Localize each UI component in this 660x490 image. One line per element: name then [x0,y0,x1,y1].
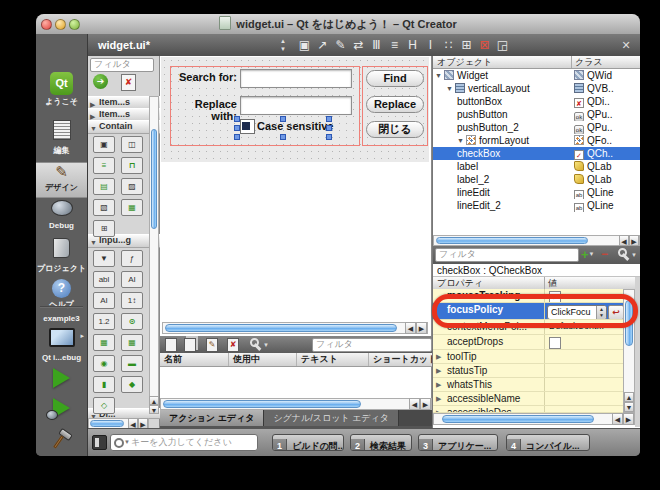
output-pane-button-1[interactable]: 1ビルドの問... [272,434,344,451]
action-settings-wrench-icon[interactable]: ▼ [249,338,263,352]
vertical-slider-icon[interactable]: ◇ [93,397,115,414]
target-selector-button[interactable]: ▸ [36,328,87,350]
replace-with-label[interactable]: Replace with: [167,98,237,122]
case-sensitive-checkbox[interactable] [240,119,255,134]
focus-policy-combo[interactable]: ClickFocu▲▼ [547,305,607,320]
action-column-0[interactable]: 名前 [160,353,232,366]
break-layout-icon[interactable]: ⊠ [476,37,493,53]
form-editor-hscroll-thumb[interactable] [165,324,397,332]
property-hscroll-thumb[interactable] [442,415,594,423]
property-vscroll-up-arrow[interactable]: ▲ [624,392,634,402]
selection-handle[interactable] [326,134,332,140]
property-value[interactable] [544,350,623,363]
object-tree-row-buttonBox[interactable]: buttonBox✘QDi.. [433,95,640,108]
object-inspector-hscroll-left-arrow[interactable]: ◀ [619,235,629,246]
property-row-accessibleName[interactable]: ▶accessibleName [433,392,623,406]
sidebar-mode-qt-welcome[interactable]: Qtようこそ [36,72,87,116]
selection-handle[interactable] [326,116,332,122]
close-editor-icon[interactable]: ✕ [619,37,633,53]
property-value[interactable] [544,406,623,412]
object-tree-row-Widget[interactable]: ▼WidgetQWid [433,69,640,82]
property-expander-icon[interactable]: ▶ [436,395,441,403]
layout-vertically-icon[interactable]: ≡ [386,37,403,53]
value-column-header[interactable]: 値 [548,277,557,289]
spin-box-icon[interactable]: 1↕ [121,292,143,309]
property-expander-icon[interactable]: ▶ [436,381,441,389]
widget-box-filter-input[interactable]: フィルタ [90,58,154,72]
widget-icon[interactable]: ▧ [93,199,115,216]
property-column-header[interactable]: プロパティ [437,277,483,289]
form-canvas[interactable]: Search for: Replace with: Case sensitive… [161,57,429,162]
form-editor-hscroll-right-arrow[interactable]: ▶ [416,322,427,334]
selection-handle[interactable] [234,116,240,122]
sidebar-mode-design-mode[interactable]: ✎デザイン [36,162,87,198]
property-row-contextMenuPol[interactable]: contextMenuPol...DefaultCont... [433,320,623,335]
property-value[interactable]: DefaultCont... [544,320,623,334]
dial-icon[interactable]: ◉ [93,355,115,372]
edit-widgets-icon[interactable]: ▣ [296,37,313,53]
property-filter-input[interactable]: フィルタ [435,248,579,262]
tree-expander-icon[interactable]: ▼ [457,134,464,147]
scroll-area-icon[interactable]: ◫ [121,136,143,153]
property-hscroll-left-arrow[interactable]: ◀ [612,413,623,425]
object-tree-row-label[interactable]: labelQLab [433,160,640,173]
tree-expander-icon[interactable]: ▼ [435,69,442,82]
dock-widget-icon[interactable]: ⊞ [93,220,115,237]
class-column-header[interactable]: クラス [575,56,603,68]
property-row-accessibleDes[interactable]: ▶accessibleDes... [433,406,623,413]
property-settings-wrench-icon[interactable]: ▼ [617,248,631,262]
delete-action-icon[interactable]: ✘ [227,338,239,352]
tab-action-editor[interactable]: アクション エディタ [160,410,264,426]
run-button[interactable] [36,368,87,392]
close-button[interactable]: 閉じる [366,121,424,138]
form-editor-hscroll-left-arrow[interactable]: ◀ [405,322,416,334]
widget-box-vscroll-thumb[interactable] [151,129,157,229]
object-tree-row-label_2[interactable]: label_2QLab [433,173,640,186]
search-line-edit[interactable] [240,69,352,88]
sidebar-mode-debug-mode[interactable]: Debug [36,198,87,234]
layout-grid-icon[interactable]: ⊞ [458,37,475,53]
object-tree-row-checkBox[interactable]: checkBox✓QCh.. [433,147,640,160]
line-edit-icon[interactable]: abl [93,271,115,288]
action-column-2[interactable]: テキスト [296,353,373,366]
horizontal-scroll-bar-icon[interactable]: ▬ [121,355,143,372]
property-row-mouseTracking[interactable]: mouseTracking✓ [433,289,623,303]
build-button[interactable] [36,430,87,452]
reset-property-button[interactable]: ↩ [608,305,623,320]
text-edit-icon[interactable]: AI [121,271,143,288]
widget-box-scroll-up-arrow[interactable]: ▲ [149,396,159,405]
remove-dynamic-property-icon[interactable]: − [601,247,608,261]
property-hscroll-right-arrow[interactable]: ▶ [623,413,634,425]
double-spin-box-icon[interactable]: 1.2 [93,313,115,330]
editor-selector-stepper[interactable]: ▲▼ [278,37,288,53]
sidebar-mode-projects-mode[interactable]: プロジェクト [36,238,87,274]
combo-stepper-icon[interactable]: ▲▼ [596,306,606,319]
action-editor-hscroll-right-arrow[interactable]: ▶ [420,398,431,410]
add-dynamic-property-icon[interactable]: +▼ [581,247,595,262]
action-editor-hscrollbar[interactable]: ◀ ▶ [160,398,432,410]
tab-widget-icon[interactable]: ⊓ [121,157,143,174]
sidebar-mode-help-mode[interactable]: ?ヘルプ [36,278,87,314]
property-row-statusTip[interactable]: ▶statusTip [433,364,623,378]
stacked-widget-icon[interactable]: ▤ [93,178,115,195]
object-tree-row-pushButton_2[interactable]: pushButton_2okQPu.. [433,121,640,134]
property-value[interactable] [544,378,623,391]
open-document-label[interactable]: widget.ui* [98,34,150,56]
sidebar-mode-edit-mode[interactable]: 編集 [36,120,87,158]
object-column-header[interactable]: オブジェクト [437,56,492,68]
selection-handle[interactable] [326,125,332,131]
time-edit-icon[interactable]: ⊙ [121,313,143,330]
object-inspector-hscrollbar[interactable]: ◀ ▶ [433,235,640,246]
group-box-icon[interactable]: ▣ [93,136,115,153]
object-inspector-hscroll-thumb[interactable] [436,237,588,244]
object-tree-row-pushButton[interactable]: pushButtonokQPu.. [433,108,640,121]
property-row-focusPolicy[interactable]: focusPolicyClickFocu▲▼↩ [433,303,623,320]
object-tree-row-lineEdit_2[interactable]: lineEdit_2abQLine [433,199,640,212]
object-tree-row-verticalLayout[interactable]: ▼verticalLayoutQVB.. [433,82,640,95]
vertical-scroll-bar-icon[interactable]: ▮ [93,376,115,393]
selection-handle[interactable] [234,134,240,140]
output-pane-button-2[interactable]: 2検索結果 [350,434,412,451]
selection-handle[interactable] [280,134,286,140]
horizontal-slider-icon[interactable]: ◆ [121,376,143,393]
widget-box-hscroll-thumb[interactable] [90,420,124,427]
